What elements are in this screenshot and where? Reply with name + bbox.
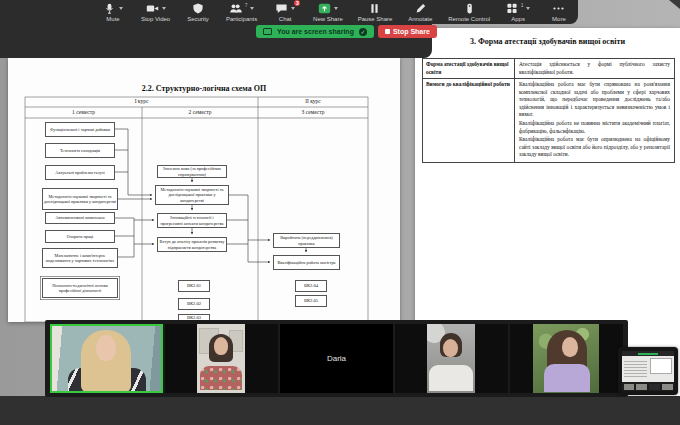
toolbar-label: Chat (279, 16, 292, 22)
mini-filmstrip (622, 382, 674, 391)
course-box: Вступ до аналізу проєктів розвитку підпр… (157, 237, 227, 252)
toolbar-label: Remote Control (448, 16, 490, 22)
video-tile[interactable] (50, 324, 163, 393)
header-year-2: ІІ курс (258, 98, 368, 104)
course-box: Інноваційні технології і прогресивні асп… (157, 213, 227, 228)
participant-face (562, 337, 578, 357)
header-sem-3: 3 семестр (258, 109, 368, 115)
participants-icon (229, 3, 242, 14)
participant-body (429, 365, 473, 391)
pencil-icon (415, 3, 426, 14)
attestation-title: 3. Форма атестації здобувачів вищої осві… (415, 37, 680, 46)
toolbar-label: Annotate (408, 16, 432, 22)
chevron-down-icon[interactable] (334, 7, 338, 10)
shield-check-icon: ✓ (359, 28, 367, 36)
chat-button[interactable]: 3 Chat (272, 3, 298, 22)
shield-icon (192, 3, 204, 14)
participant-video (533, 324, 599, 393)
course-box: Методологія наукової творчості та дослід… (155, 185, 229, 205)
requirement-paragraph: Кваліфікаційна робота має бути оприлюдне… (519, 136, 670, 159)
participant-name: Daria (280, 324, 393, 393)
chevron-down-icon[interactable] (119, 7, 123, 10)
toolbar-label: Mute (106, 16, 119, 22)
mini-document (650, 358, 672, 374)
mini-screenshot (622, 351, 674, 391)
row-text: Кваліфікаційна робота має бути спрямован… (515, 79, 674, 162)
microphone-icon (103, 3, 116, 14)
row-label: Форма атестації здобувачів вищої освіти (423, 59, 515, 78)
toolbar-label: Stop Video (141, 16, 170, 22)
course-box: Охорона праці (45, 230, 115, 243)
code-box: ВК2.02 (178, 298, 210, 310)
apps-button[interactable]: 1 Apps (505, 3, 531, 22)
screen-sharing-banner-row: You are screen sharing ✓ Stop Share (256, 25, 437, 38)
more-button[interactable]: More (546, 3, 572, 22)
annotate-button[interactable]: Annotate (407, 3, 433, 22)
participant-face (214, 337, 228, 355)
desktop-corner-shape (669, 0, 680, 9)
new-share-button[interactable]: New Share (313, 3, 343, 22)
course-box: Іноземна мова (за професійним спрямуванн… (157, 165, 227, 178)
course-box: Актуальні проблеми галузі (45, 165, 115, 180)
code-box: ВК2.04 (295, 280, 327, 292)
chevron-down-icon[interactable] (526, 7, 530, 10)
course-box: Автоматизовані комплекси (45, 212, 115, 224)
participants-count: 7 (245, 3, 248, 8)
video-tile[interactable] (395, 324, 508, 393)
participant-video (427, 324, 475, 393)
share-screen-icon (318, 3, 331, 14)
security-button[interactable]: Security (185, 3, 211, 22)
remote-control-icon (464, 3, 475, 14)
chevron-down-icon[interactable] (162, 7, 166, 10)
ellipsis-icon (552, 3, 565, 14)
mini-share-banner (638, 353, 659, 355)
video-camera-icon (146, 3, 159, 14)
header-year-1: І курс (25, 98, 258, 104)
stop-video-button[interactable]: Stop Video (141, 3, 170, 22)
chevron-down-icon[interactable] (250, 7, 254, 10)
header-sem-2: 2 семестр (142, 109, 258, 115)
stop-share-label: Stop Share (393, 28, 430, 35)
screen-preview-tile[interactable] (618, 347, 678, 395)
screen-sharing-banner: You are screen sharing ✓ (256, 25, 374, 38)
course-box: Математичне і комп'ютерне моделювання у … (42, 248, 118, 268)
stop-icon (385, 29, 390, 34)
desktop-bottom-band (0, 396, 680, 425)
stop-share-button[interactable]: Stop Share (378, 25, 437, 38)
row-label: Вимоги до кваліфікаційної роботи (423, 79, 515, 162)
meeting-toolbar: Mute Stop Video Security 7 Participants … (100, 1, 572, 23)
course-box: Кваліфікаційна робота магістра (273, 255, 340, 270)
table-row: Вимоги до кваліфікаційної роботи Кваліфі… (423, 78, 674, 162)
toolbar-label: Apps (511, 16, 525, 22)
course-box: Методологія наукової творчості та дослід… (42, 188, 118, 210)
mini-text-lines (624, 359, 647, 377)
chat-icon (275, 3, 288, 14)
course-box: Психолого-педагогічні основи професійної… (42, 278, 118, 298)
video-tile[interactable] (165, 324, 278, 393)
toolbar-label: Participants (226, 16, 257, 22)
participant-body (200, 366, 242, 390)
video-tile-camera-off[interactable]: Daria (280, 324, 393, 393)
apps-count: 1 (521, 3, 524, 8)
code-box: ВК2.05 (295, 295, 327, 307)
video-tile[interactable] (510, 324, 623, 393)
toolbar-label: New Share (313, 16, 343, 22)
apps-icon (506, 3, 518, 14)
toolbar-label: More (552, 16, 566, 22)
attestation-table: Форма атестації здобувачів вищої освіти … (422, 58, 675, 163)
chevron-down-icon[interactable] (291, 7, 295, 10)
requirement-paragraph: Кваліфікаційна робота має бути спрямован… (519, 81, 670, 119)
participant-filmstrip: Daria (45, 320, 628, 397)
course-box: Технологія солодощів (45, 143, 115, 158)
header-sem-1: 1 семестр (25, 109, 142, 115)
course-box: Функціональні і харчові добавки (45, 122, 115, 137)
participant-video (197, 324, 245, 393)
pause-icon (369, 3, 380, 14)
participant-face (96, 335, 116, 361)
row-text: Атестація здійснюється у формі публічног… (515, 59, 674, 78)
participants-button[interactable]: 7 Participants (226, 3, 257, 22)
mute-button[interactable]: Mute (100, 3, 126, 22)
pause-share-button[interactable]: Pause Share (358, 3, 393, 22)
remote-control-button[interactable]: Remote Control (448, 3, 490, 22)
code-box: ВК2.01 (178, 280, 210, 292)
